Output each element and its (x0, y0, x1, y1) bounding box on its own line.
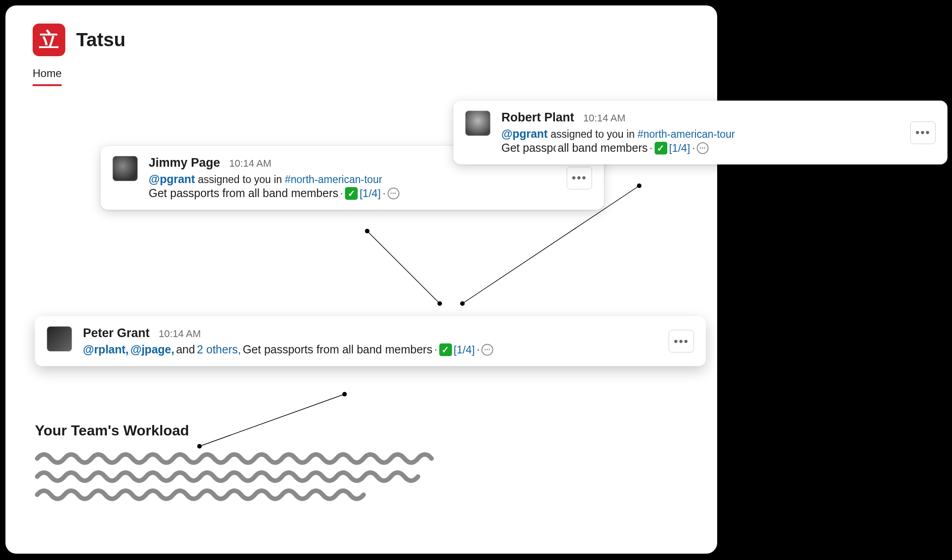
task-text: Get passports from all band members (501, 141, 556, 154)
separator-dot: · (650, 141, 653, 154)
task-progress[interactable]: [1/4] (669, 142, 690, 154)
timestamp: 10:14 AM (583, 112, 626, 124)
task-progress[interactable]: [1/4] (454, 343, 475, 356)
app-logo-icon: 立 (33, 24, 65, 56)
truncated-text: all band members (558, 141, 648, 154)
separator-dot: · (692, 141, 695, 154)
comment-icon[interactable]: ••• (697, 142, 709, 154)
timestamp: 10:14 AM (229, 158, 272, 169)
task-text: Get passports from all band members (243, 343, 432, 356)
author-name: Robert Plant (501, 111, 574, 125)
avatar (47, 326, 72, 352)
user-mention[interactable]: @pgrant (149, 173, 195, 185)
more-actions-button[interactable]: ••• (910, 121, 936, 144)
app-title: Tatsu (76, 29, 126, 51)
more-actions-button[interactable]: ••• (567, 167, 592, 189)
channel-link[interactable]: #north-american-tour (637, 128, 735, 140)
check-icon: ✓ (655, 142, 667, 154)
check-icon: ✓ (345, 187, 358, 200)
more-actions-button[interactable]: ••• (669, 330, 694, 352)
author-name: Jimmy Page (149, 156, 220, 170)
comment-icon[interactable]: ••• (388, 188, 399, 199)
others-link[interactable]: 2 others, (197, 343, 241, 356)
message-card-robert: Robert Plant 10:14 AM @pgrant assigned t… (453, 101, 947, 164)
separator-dot: · (476, 343, 480, 356)
message-body: Robert Plant 10:14 AM @pgrant assigned t… (501, 111, 903, 154)
separator-dot: · (434, 343, 437, 356)
tab-bar: Home (33, 67, 690, 86)
user-mention[interactable]: @jpage, (131, 343, 175, 356)
check-icon: ✓ (439, 343, 452, 356)
task-text: Get passports from all band members (149, 187, 338, 200)
user-mention[interactable]: @rplant, (83, 343, 129, 356)
app-panel: 立 Tatsu Home Jimmy Page 10:14 AM @pgrant… (5, 5, 717, 554)
avatar (465, 111, 491, 136)
message-body: Peter Grant 10:14 AM @rplant, @jpage, an… (83, 326, 661, 356)
assigned-text: assigned to you in (198, 174, 282, 185)
avatar (112, 156, 138, 181)
section-title-workload: Your Team's Workload (35, 422, 189, 439)
author-name: Peter Grant (83, 326, 150, 340)
workload-placeholder (35, 449, 438, 510)
separator-dot: · (383, 187, 386, 200)
tab-home[interactable]: Home (33, 67, 62, 86)
and-text: and (176, 343, 195, 356)
message-card-peter: Peter Grant 10:14 AM @rplant, @jpage, an… (35, 316, 706, 366)
assigned-text: assigned to you in (551, 128, 635, 140)
user-mention[interactable]: @pgrant (501, 127, 548, 140)
channel-link[interactable]: #north-american-tour (285, 174, 382, 185)
comment-icon[interactable]: ••• (481, 344, 493, 356)
app-header: 立 Tatsu (33, 24, 690, 56)
task-progress[interactable]: [1/4] (359, 187, 381, 200)
separator-dot: · (340, 187, 343, 200)
timestamp: 10:14 AM (159, 328, 201, 340)
